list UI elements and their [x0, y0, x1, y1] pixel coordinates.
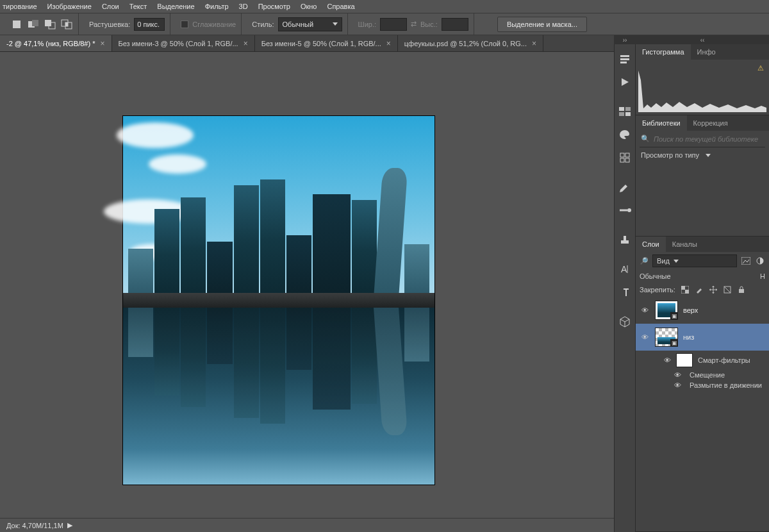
layer-thumbnail[interactable]: ▣: [655, 328, 678, 347]
select-and-mask-button[interactable]: Выделение и маска...: [497, 17, 587, 32]
svg-rect-12: [619, 107, 624, 111]
svg-rect-16: [620, 153, 624, 157]
close-icon[interactable]: ×: [386, 39, 391, 48]
tab-channels[interactable]: Каналы: [666, 237, 704, 252]
search-icon: 🔍: [641, 135, 650, 143]
library-view-select[interactable]: Просмотр по типу: [636, 147, 769, 165]
document-tab-2-label: Без имени-3 @ 50% (Слой 1, RGB/...: [119, 40, 238, 47]
style-select[interactable]: Обычный: [278, 17, 342, 31]
visibility-eye-icon[interactable]: 👁: [674, 381, 684, 389]
selection-new-icon[interactable]: [10, 18, 23, 31]
brush-icon[interactable]: [618, 180, 632, 194]
svg-rect-17: [625, 153, 629, 157]
selection-subtract-icon[interactable]: [44, 18, 56, 31]
close-icon[interactable]: ×: [244, 39, 248, 48]
layer-item-bottom[interactable]: 👁 ▣ низ: [636, 324, 769, 351]
layer-item-top[interactable]: 👁 ▣ верх: [636, 297, 769, 324]
filter-item-motion-blur[interactable]: 👁 Размытие в движении: [636, 380, 769, 390]
status-flyout-icon[interactable]: ▶: [67, 521, 72, 529]
filter-image-icon[interactable]: [741, 256, 751, 266]
visibility-eye-icon[interactable]: 👁: [664, 356, 671, 364]
library-search-input[interactable]: [654, 135, 764, 143]
layer-name[interactable]: низ: [683, 333, 694, 341]
selection-add-icon[interactable]: [27, 18, 40, 31]
lock-pixels-icon[interactable]: [695, 285, 704, 294]
document-canvas[interactable]: [123, 116, 434, 485]
tab-info[interactable]: Инфо: [691, 44, 722, 60]
svg-point-20: [627, 208, 631, 212]
visibility-eye-icon[interactable]: 👁: [640, 306, 650, 314]
filter-adjust-icon[interactable]: [755, 256, 765, 266]
svg-marker-25: [638, 71, 766, 112]
panel-libraries: Библиотеки Коррекция 🔍 Просмотр по типу: [636, 115, 769, 237]
document-tab-1[interactable]: -2 @ 47,1% (низ, RGB/8#) * ×: [0, 35, 112, 51]
panel-collapse-toggle[interactable]: ‹‹: [636, 35, 769, 44]
svg-rect-10: [620, 62, 627, 63]
selection-intersect-icon[interactable]: [60, 18, 73, 31]
menu-window[interactable]: Окно: [301, 3, 317, 10]
collapsed-panel-strip: ›› A: [614, 35, 636, 532]
layer-name[interactable]: верх: [683, 306, 698, 314]
swatches-icon[interactable]: [618, 104, 632, 119]
lock-all-icon[interactable]: [737, 285, 746, 294]
filter-mask-thumbnail[interactable]: [676, 353, 693, 367]
feather-label: Растушевка:: [89, 21, 130, 28]
paragraph-icon[interactable]: [618, 285, 632, 299]
menu-help[interactable]: Справка: [327, 3, 354, 10]
menu-3d[interactable]: 3D: [239, 3, 248, 10]
character-icon[interactable]: A: [618, 262, 632, 276]
layer-filter-search-icon[interactable]: 🔎: [640, 257, 649, 265]
close-icon[interactable]: ×: [532, 39, 536, 48]
clone-stamp-icon[interactable]: [618, 233, 632, 247]
chevron-down-icon: [674, 260, 679, 263]
svg-rect-22: [624, 236, 626, 240]
canvas-area[interactable]: [0, 52, 614, 518]
tab-histogram[interactable]: Гистограмма: [636, 44, 691, 60]
panel-collapse-toggle[interactable]: ››: [614, 35, 636, 44]
menu-view[interactable]: Просмотр: [258, 3, 290, 10]
grid-icon[interactable]: [618, 151, 632, 165]
lock-transparency-icon[interactable]: [681, 285, 690, 294]
document-tab-1-label: -2 @ 47,1% (низ, RGB/8#) *: [6, 40, 95, 47]
lock-position-icon[interactable]: [709, 285, 718, 294]
document-tab-3[interactable]: Без имени-5 @ 50% (Слой 1, RGB/... ×: [255, 35, 398, 51]
menu-select[interactable]: Выделение: [157, 3, 194, 10]
svg-rect-18: [620, 158, 624, 162]
tab-libraries[interactable]: Библиотеки: [636, 115, 687, 131]
layer-filter-kind-select[interactable]: Вид: [652, 254, 737, 267]
image-reflection: [123, 308, 434, 485]
panel-layers: Слои Каналы 🔎 Вид Обычные: [636, 237, 769, 532]
visibility-eye-icon[interactable]: 👁: [674, 371, 684, 379]
select-and-mask-label: Выделение и маска...: [507, 21, 577, 28]
height-label: Выс.:: [420, 21, 438, 28]
actions-play-icon[interactable]: [618, 75, 632, 89]
menu-text[interactable]: Текст: [129, 3, 147, 10]
smart-filters-label: Смарт-фильтры: [698, 356, 750, 364]
tab-adjustments[interactable]: Коррекция: [687, 115, 734, 131]
svg-rect-8: [620, 55, 629, 57]
close-icon[interactable]: ×: [100, 39, 104, 48]
menu-layers[interactable]: Слои: [102, 3, 119, 10]
filter-item-displace[interactable]: 👁 Смещение: [636, 370, 769, 380]
document-tab-2[interactable]: Без имени-3 @ 50% (Слой 1, RGB/... ×: [112, 35, 255, 51]
menu-image[interactable]: Изображение: [47, 3, 92, 10]
brush-settings-icon[interactable]: [618, 203, 632, 217]
feather-input[interactable]: [134, 18, 165, 31]
tab-layers[interactable]: Слои: [636, 237, 666, 252]
svg-text:A: A: [621, 264, 627, 274]
antialias-checkbox: [181, 21, 188, 28]
history-icon[interactable]: [618, 52, 632, 66]
panel-histogram: Гистограмма Инфо ⚠: [636, 44, 769, 115]
lock-artboard-icon[interactable]: [723, 285, 732, 294]
menu-edit[interactable]: тирование: [3, 3, 37, 10]
blend-mode-select[interactable]: Обычные: [640, 272, 756, 280]
color-palette-icon[interactable]: [618, 128, 632, 142]
document-tab-4[interactable]: цфеукыы.psd @ 51,2% (Слой 0, RG... ×: [398, 35, 543, 51]
layer-thumbnail[interactable]: ▣: [655, 301, 678, 320]
layer-filter-kind-label: Вид: [657, 257, 670, 265]
3d-cube-icon[interactable]: [618, 315, 632, 329]
menu-filter[interactable]: Фильтр: [205, 3, 229, 10]
visibility-eye-icon[interactable]: 👁: [640, 333, 650, 341]
image-skyline: [123, 153, 434, 301]
smart-filters-row[interactable]: 👁 Смарт-фильтры: [636, 351, 769, 370]
